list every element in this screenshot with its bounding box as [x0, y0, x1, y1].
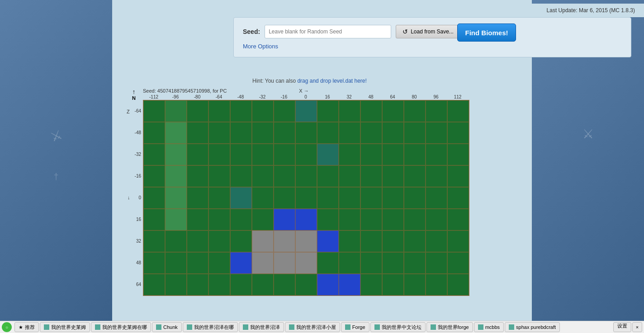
grid-cell [295, 122, 317, 144]
grid-cell [426, 144, 447, 165]
grid-cell [404, 144, 426, 165]
taskbar-item-10[interactable]: sphax purebdcraft [505, 322, 560, 332]
x-num-11: 64 [382, 94, 403, 99]
grid-cell-mountain [295, 252, 317, 274]
grid-cell [426, 252, 447, 274]
grid-cell [187, 252, 208, 274]
taskbar-item-4[interactable]: 我的世界沼泽 [239, 322, 284, 332]
grid-cell [165, 100, 187, 122]
taskbar-item-7[interactable]: 我的世界中文论坛 [370, 322, 426, 332]
taskbar-item-2[interactable]: Chunk [152, 322, 182, 332]
grid-cell [274, 144, 295, 165]
hint-text-static: Hint: You can also [252, 78, 297, 84]
grid-cell [382, 122, 404, 144]
grid-cell [187, 122, 208, 144]
z-label-32: 32 [126, 230, 143, 252]
grid-cell [404, 165, 426, 187]
x-num-6: -16 [273, 94, 295, 99]
grid-cell [447, 144, 469, 165]
taskbar-item-label-6: Forge [352, 324, 365, 330]
x-num-5: -32 [251, 94, 273, 99]
taskbar-item-8[interactable]: 我的世界forge [426, 322, 473, 332]
grid-cell-ocean [274, 209, 295, 230]
grid-cell-mountain [252, 230, 274, 252]
grid-cell [317, 165, 339, 187]
grid-cell [274, 187, 295, 209]
grid-cell [143, 230, 165, 252]
start-button[interactable]: ○ [2, 322, 12, 332]
left-sidebar: ⚔ † [0, 0, 112, 333]
cube-icon-3 [187, 324, 192, 330]
z-labels: Z -64 -48 -32 -16 ↓ 0 16 32 48 64 [126, 100, 143, 296]
grid-cell [208, 122, 230, 144]
z-down-arrow: ↓ [128, 195, 130, 200]
taskbar-item-1[interactable]: 我的世界史莱姆在哪 [91, 322, 151, 332]
grid-cell [165, 274, 187, 295]
cube-icon-5 [289, 324, 294, 330]
grid-cell [208, 274, 230, 295]
x-num-13: 96 [425, 94, 447, 99]
grid-cell-ocean [317, 230, 339, 252]
cube-icon-2 [156, 324, 161, 330]
grid-cell [187, 165, 208, 187]
grid-cell [165, 230, 187, 252]
grid-cell [274, 274, 295, 295]
taskbar-item-0[interactable]: 我的世界史莱姆 [40, 322, 90, 332]
grid-cell [165, 144, 187, 165]
x-num-3: -64 [208, 94, 230, 99]
hint-link: drag and drop level.dat here! [297, 78, 366, 84]
biome-grid[interactable] [143, 100, 469, 296]
taskbar-item-9[interactable]: mcbbs [474, 322, 504, 332]
grid-cell [187, 209, 208, 230]
grid-cell [230, 122, 252, 144]
cube-icon-0 [44, 324, 49, 330]
form-panel: Seed: ↺ Load from Save... ■ Random More … [233, 17, 631, 57]
grid-cell [404, 274, 426, 295]
grid-cell [426, 187, 447, 209]
x-num-8: 16 [317, 94, 338, 99]
grid-cell [447, 165, 469, 187]
sword-decoration-right: ⚔ [582, 127, 594, 141]
cube-icon-7 [374, 324, 380, 330]
grid-cell [165, 252, 187, 274]
x-num-12: 80 [403, 94, 425, 99]
grid-cell [143, 122, 165, 144]
grid-cell [360, 165, 382, 187]
x-axis-label: X → [299, 88, 308, 94]
more-options-link[interactable]: More Options [243, 43, 278, 50]
close-taskbar-button[interactable]: × [632, 322, 642, 332]
grid-cell [426, 209, 447, 230]
grid-cell [295, 165, 317, 187]
grid-cell [252, 122, 274, 144]
cube-icon-8 [431, 324, 436, 330]
taskbar-item-3[interactable]: 我的世界沼泽在哪 [183, 322, 238, 332]
taskbar-item-label-9: mcbbs [485, 324, 500, 330]
grid-cell [360, 274, 382, 295]
grid-cell [360, 252, 382, 274]
settings-button[interactable]: 设置 [613, 322, 631, 332]
find-biomes-button[interactable]: Find Biomes! [457, 23, 516, 42]
load-save-button[interactable]: ↺ Load from Save... [396, 25, 460, 38]
compass: ↑ N [126, 88, 142, 101]
taskbar-recommend[interactable]: ★ 推荐 [14, 322, 39, 332]
grid-cell [208, 165, 230, 187]
grid-cell [426, 230, 447, 252]
taskbar-item-6[interactable]: Forge [341, 322, 369, 332]
grid-cell [404, 230, 426, 252]
grid-cell [274, 165, 295, 187]
grid-cell-ocean [339, 274, 360, 295]
taskbar-item-label-7: 我的世界中文论坛 [382, 324, 421, 331]
x-num-14: 112 [447, 94, 469, 99]
taskbar-item-5[interactable]: 我的世界沼泽小屋 [285, 322, 340, 332]
z-axis-letter: Z [127, 109, 130, 114]
seed-input[interactable] [265, 25, 391, 38]
grid-cell [382, 165, 404, 187]
grid-cell-mountain [274, 230, 295, 252]
grid-cell [252, 209, 274, 230]
grid-cell [426, 122, 447, 144]
update-text: Last Update: Mar 6, 2015 (MC 1.8.3) [547, 7, 635, 14]
grid-cell [230, 209, 252, 230]
grid-cell [317, 144, 339, 165]
main-content: Last Update: Mar 6, 2015 (MC 1.8.3) Seed… [112, 0, 532, 321]
grid-cell [339, 122, 360, 144]
